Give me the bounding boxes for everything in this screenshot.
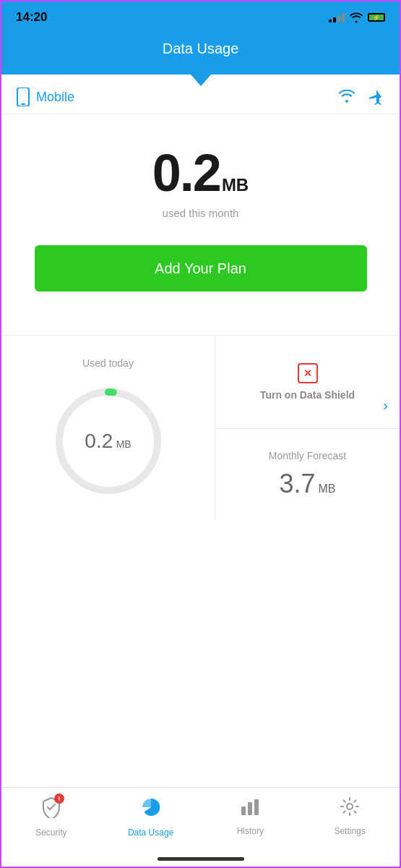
data-usage-nav-icon <box>140 796 162 823</box>
signal-icon <box>329 13 345 22</box>
forecast-section: Monthly Forecast 3.7 MB <box>215 429 400 522</box>
wifi-icon <box>349 12 363 23</box>
phone-icon <box>16 88 30 106</box>
status-bar: 14:20 ⚡ <box>1 1 400 33</box>
bottom-nav: ! Security Data Usage History <box>1 787 400 867</box>
chevron-right-icon: › <box>383 397 388 414</box>
pie-chart-icon <box>140 796 162 818</box>
battery-icon: ⚡ <box>368 13 385 22</box>
svg-rect-4 <box>241 807 246 815</box>
top-nav-icons <box>337 88 385 106</box>
circle-unit: MB <box>116 438 131 450</box>
nav-item-history[interactable]: History <box>201 796 301 836</box>
circle-text: 0.2 MB <box>85 430 131 453</box>
svg-rect-6 <box>254 799 259 815</box>
usage-circle: 0.2 MB <box>51 383 166 499</box>
shield-label: Turn on Data Shield <box>260 389 355 401</box>
svg-point-7 <box>347 804 353 809</box>
wifi-status-icon[interactable] <box>337 90 356 104</box>
svg-rect-1 <box>21 103 25 105</box>
nav-label-history: History <box>237 826 264 836</box>
data-usage-display: 0.2 MB <box>152 143 249 203</box>
history-nav-icon <box>240 796 260 822</box>
security-nav-icon: ! <box>41 796 61 823</box>
header: Data Usage <box>1 33 400 75</box>
main-content: 0.2 MB used this month Add Your Plan <box>1 114 400 313</box>
data-shield-section[interactable]: ✕ Turn on Data Shield › <box>215 336 400 429</box>
bar-chart-icon <box>240 796 260 817</box>
add-plan-button[interactable]: Add Your Plan <box>35 245 367 292</box>
mobile-tab[interactable]: Mobile <box>16 88 74 106</box>
data-sublabel: used this month <box>163 207 239 219</box>
settings-nav-icon <box>340 796 360 822</box>
used-today-section: Used today 0.2 MB <box>1 336 215 521</box>
security-badge-dot: ! <box>54 793 64 804</box>
forecast-unit: MB <box>319 482 336 495</box>
svg-rect-5 <box>248 802 252 815</box>
nav-item-data-usage[interactable]: Data Usage <box>101 796 201 838</box>
page-title: Data Usage <box>1 41 400 57</box>
x-badge: ✕ <box>298 363 318 383</box>
stats-right: ✕ Turn on Data Shield › Monthly Forecast… <box>215 336 400 521</box>
used-today-label: Used today <box>82 357 134 369</box>
stats-grid: Used today 0.2 MB ✕ Turn on Data Shield … <box>1 335 400 521</box>
forecast-number: 3.7 <box>279 469 315 499</box>
nav-label-settings: Settings <box>334 826 365 836</box>
status-icons: ⚡ <box>329 12 385 23</box>
nav-item-settings[interactable]: Settings <box>300 796 400 836</box>
circle-amount: 0.2 <box>85 430 113 452</box>
shield-status-icon: ✕ <box>298 363 318 383</box>
header-notch <box>191 75 211 86</box>
badge-dot-text: ! <box>58 795 60 802</box>
forecast-amount: 3.7 MB <box>279 469 335 499</box>
data-unit: MB <box>222 175 249 195</box>
forecast-label: Monthly Forecast <box>269 450 346 461</box>
gear-icon <box>340 796 360 817</box>
mobile-label-text: Mobile <box>36 90 74 105</box>
nav-item-security[interactable]: ! Security <box>1 796 101 838</box>
nav-label-data-usage: Data Usage <box>128 827 173 838</box>
data-number: 0.2 <box>152 143 220 203</box>
airplane-icon[interactable] <box>366 88 385 106</box>
home-indicator <box>158 857 244 861</box>
status-time: 14:20 <box>16 10 47 25</box>
nav-label-security: Security <box>35 827 66 838</box>
